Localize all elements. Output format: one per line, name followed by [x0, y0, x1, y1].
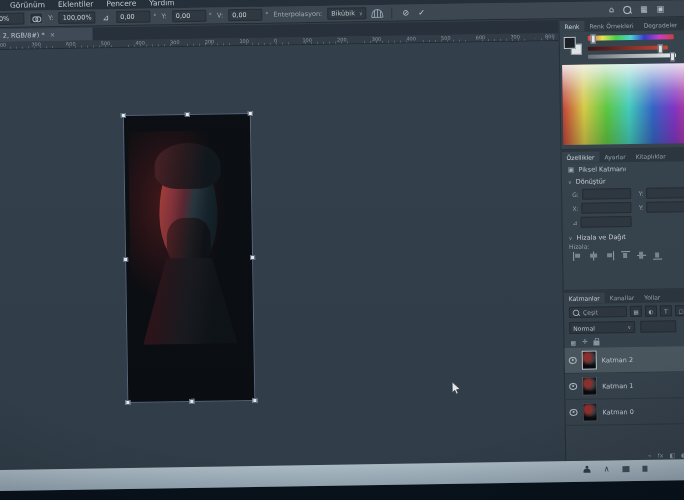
person-icon[interactable]: [583, 465, 591, 473]
angle-icon: ⊿: [573, 219, 578, 226]
tab-layers[interactable]: Katmanlar: [564, 292, 605, 304]
interpolation-dropdown[interactable]: Bikübik ∨: [327, 7, 367, 20]
lock-position-icon[interactable]: ✛: [582, 338, 588, 346]
mouse-cursor: [451, 381, 462, 396]
tab-properties[interactable]: Özellikler: [561, 151, 599, 163]
workspace-grid-icon[interactable]: ▦: [640, 5, 648, 14]
align-section-title: Hizala ve Dağıt: [576, 233, 625, 242]
red-slider[interactable]: [588, 45, 668, 50]
align-bottom-icon[interactable]: [653, 251, 662, 260]
color-spectrum-field[interactable]: [562, 63, 684, 145]
layer-mask-icon[interactable]: ◧: [669, 451, 675, 458]
commit-transform-button[interactable]: ✓: [416, 8, 427, 17]
width-field[interactable]: [582, 188, 631, 200]
chevron-up-icon[interactable]: ∧: [604, 464, 610, 473]
layer-thumbnail[interactable]: [582, 403, 597, 422]
transform-handle-top-left[interactable]: [121, 113, 126, 118]
lightness-slider-handle[interactable]: [670, 52, 675, 61]
canvas-area[interactable]: [0, 41, 565, 470]
width-label: G:: [572, 191, 579, 198]
x-field[interactable]: [581, 202, 631, 214]
transform-handle-top-center[interactable]: [185, 112, 190, 117]
skew-h-field[interactable]: 0,00: [172, 10, 206, 23]
filter-shape-icon[interactable]: ▢: [675, 305, 684, 316]
transform-bounding-box[interactable]: [123, 113, 256, 403]
tab-adjustments[interactable]: Ayarlar: [599, 151, 630, 162]
lightness-slider[interactable]: [588, 53, 676, 58]
menu-item-help[interactable]: Yardım: [149, 0, 174, 7]
skew-v-field[interactable]: 0,00: [228, 9, 262, 22]
ruler-label: 500: [101, 40, 111, 46]
align-left-icon[interactable]: [573, 252, 582, 261]
search-icon[interactable]: [623, 5, 631, 13]
layer-thumbnail[interactable]: [582, 351, 597, 370]
visibility-eye-icon[interactable]: [569, 357, 577, 364]
layer-effects-icon[interactable]: fx: [658, 452, 664, 459]
filter-adjustment-icon[interactable]: ◐: [645, 306, 657, 317]
layers-bottom-toolbar: ⌁ fx ◧ ◐ ▤ ▯: [648, 451, 684, 459]
layer-row-katman-2[interactable]: Katman 2: [565, 346, 684, 374]
height-field[interactable]: [646, 187, 684, 199]
visibility-eye-icon[interactable]: [570, 409, 578, 416]
chevron-down-icon[interactable]: ∨: [568, 179, 572, 185]
tab-libraries[interactable]: Kitaplıklar: [631, 150, 671, 162]
lock-transparent-icon[interactable]: ▦: [570, 338, 576, 345]
tab-swatches[interactable]: Renk Örnekleri: [584, 20, 638, 32]
tray-icon[interactable]: [622, 466, 629, 472]
tab-channels[interactable]: Kanallar: [605, 292, 640, 304]
layer-filter-search[interactable]: Çeşit: [569, 306, 627, 318]
transform-handle-top-right[interactable]: [248, 111, 253, 116]
align-buttons: ⋯: [563, 248, 684, 263]
align-middle-v-icon[interactable]: [637, 251, 646, 260]
color-panel-tabs: Renk Renk Örnekleri Degradeler Desenler: [559, 17, 684, 32]
y-field[interactable]: [647, 201, 684, 213]
transform-handle-middle-left[interactable]: [123, 257, 128, 262]
menu-item-view[interactable]: Görünüm: [10, 0, 45, 9]
hue-slider[interactable]: [588, 34, 674, 40]
align-right-icon[interactable]: [605, 251, 614, 260]
height-label: Y:: [639, 190, 644, 197]
layer-thumbnail[interactable]: [582, 377, 597, 396]
transform-handle-bottom-center[interactable]: [189, 399, 194, 404]
foreground-background-swatches[interactable]: [564, 37, 582, 55]
warp-mode-icon[interactable]: [371, 8, 383, 17]
filter-type-icon[interactable]: T: [660, 305, 672, 316]
scale-width-field[interactable]: 100,00%: [0, 12, 24, 25]
rotation-field[interactable]: 0,00: [116, 11, 150, 24]
menu-item-plugins[interactable]: Eklentiler: [58, 0, 93, 8]
hue-slider-handle[interactable]: [591, 34, 596, 43]
filter-pixel-icon[interactable]: ▦: [630, 306, 642, 317]
menu-item-window[interactable]: Pencere: [106, 0, 136, 8]
ruler-label: 500: [441, 35, 451, 41]
tray-icon[interactable]: [642, 465, 647, 471]
interpolation-label: Enterpolasyon:: [273, 10, 322, 19]
chevron-down-icon: ∨: [359, 10, 363, 16]
lock-all-icon[interactable]: [594, 340, 600, 345]
maintain-aspect-ratio-icon[interactable]: [29, 12, 43, 24]
system-tray: ∧: [583, 464, 648, 474]
transform-handle-bottom-right[interactable]: [252, 398, 257, 403]
transform-handle-middle-right[interactable]: [250, 255, 255, 260]
angle-field[interactable]: [581, 216, 632, 228]
visibility-eye-icon[interactable]: [569, 383, 577, 390]
foreground-color-swatch[interactable]: [564, 37, 576, 49]
layer-row-katman-1[interactable]: Katman 1: [565, 372, 684, 400]
blend-mode-dropdown[interactable]: Normal ∨: [569, 321, 635, 334]
chevron-down-icon[interactable]: ∨: [569, 235, 573, 241]
tab-gradients[interactable]: Degradeler: [639, 19, 683, 31]
tab-paths[interactable]: Yollar: [639, 291, 665, 302]
tab-color[interactable]: Renk: [559, 21, 584, 32]
ruler-label: 100: [302, 37, 312, 43]
opacity-field[interactable]: [640, 320, 676, 333]
layer-row-katman-0[interactable]: Katman 0: [565, 398, 684, 426]
panel-layout-icon[interactable]: ▣: [657, 4, 665, 13]
align-center-h-icon[interactable]: [589, 252, 598, 261]
cancel-transform-button[interactable]: ⊘: [400, 8, 411, 17]
scale-height-field[interactable]: 100,00%: [59, 11, 96, 24]
transform-handle-bottom-left[interactable]: [125, 400, 130, 405]
home-icon[interactable]: ⌂: [609, 5, 614, 14]
red-slider-handle[interactable]: [658, 44, 663, 53]
close-tab-icon[interactable]: ×: [50, 31, 56, 39]
align-top-icon[interactable]: [621, 251, 630, 260]
link-layers-icon[interactable]: ⌁: [648, 452, 652, 459]
